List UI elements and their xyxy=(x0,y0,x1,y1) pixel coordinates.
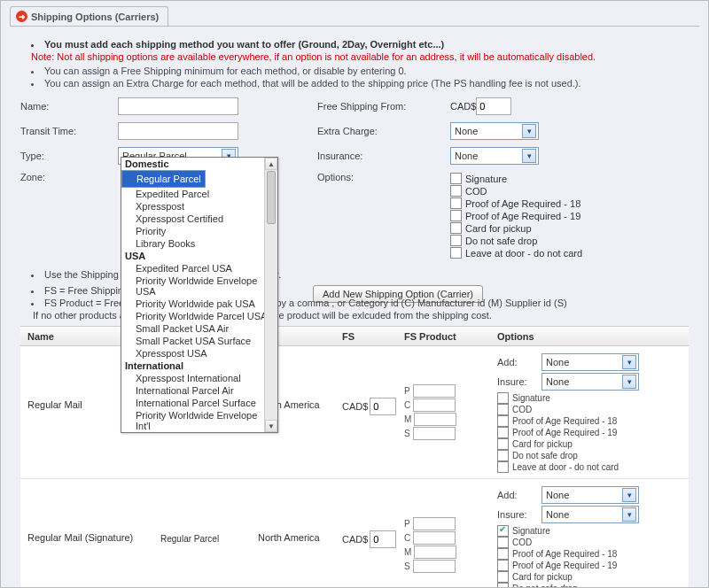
fs-input[interactable] xyxy=(370,530,396,548)
cell-options: Add:NoneInsure:NoneSignatureCODProof of … xyxy=(490,484,689,587)
scroll-up-icon[interactable]: ▲ xyxy=(265,158,277,170)
add-label: Add: xyxy=(497,490,536,500)
row-option-label: Proof of Age Required - 19 xyxy=(512,428,617,437)
row-option-check[interactable]: COD xyxy=(497,537,682,548)
scroll-down-icon[interactable]: ▼ xyxy=(265,420,277,432)
checkbox-icon[interactable] xyxy=(497,404,509,415)
pcms-input-c[interactable] xyxy=(413,398,456,412)
dropdown-option[interactable]: International Parcel Air xyxy=(121,384,277,397)
checkbox-icon[interactable] xyxy=(497,560,509,571)
content-panel: You must add each shipping method you wa… xyxy=(10,26,699,587)
checkbox-icon[interactable] xyxy=(450,173,462,184)
add-select[interactable]: None xyxy=(541,486,639,504)
option-check-0[interactable]: Signature xyxy=(450,173,582,184)
zone-label: Zone: xyxy=(20,172,118,182)
tab-title: Shipping Options (Carriers) xyxy=(31,12,159,22)
dropdown-option[interactable]: Priority Worldwide Envelope USA xyxy=(121,275,277,298)
checkbox-icon[interactable] xyxy=(450,185,462,197)
dropdown-option[interactable]: Library Books xyxy=(121,237,277,250)
row-option-check[interactable]: Proof of Age Required - 18 xyxy=(497,548,682,560)
row-option-label: Card for pickup xyxy=(512,439,573,449)
pcms-label: P xyxy=(404,519,410,529)
intro-list: You must add each shipping method you wa… xyxy=(24,39,689,50)
dropdown-option[interactable]: Expedited Parcel xyxy=(121,188,277,200)
dropdown-option[interactable]: Small Packet USA Air xyxy=(121,322,277,335)
row-option-check[interactable]: Signature xyxy=(497,392,682,404)
dropdown-scrollbar[interactable]: ▲ ▼ xyxy=(264,158,277,432)
checkbox-icon[interactable] xyxy=(450,247,462,259)
insure-select[interactable]: None xyxy=(541,373,639,391)
dropdown-option[interactable]: Priority Worldwide pak USA xyxy=(121,298,277,310)
dropdown-option[interactable]: Xpresspost International xyxy=(121,372,277,384)
insurance-select[interactable]: None xyxy=(450,147,539,165)
fs-input[interactable] xyxy=(370,398,396,415)
dropdown-option[interactable]: Expedited Parcel USA xyxy=(121,262,277,275)
checkbox-icon[interactable] xyxy=(497,392,509,404)
row-option-check[interactable]: Proof of Age Required - 18 xyxy=(497,415,682,427)
transit-input[interactable] xyxy=(118,122,238,140)
th-options: Options xyxy=(490,331,689,342)
row-option-check[interactable]: COD xyxy=(497,404,682,415)
pcms-input-s[interactable] xyxy=(413,427,456,440)
name-input[interactable] xyxy=(118,97,238,115)
pcms-input-p[interactable] xyxy=(413,517,456,530)
type-dropdown-list[interactable]: ▲ ▼ DomesticRegular ParcelExpedited Parc… xyxy=(121,157,278,433)
option-check-5[interactable]: Do not safe drop xyxy=(450,235,582,246)
option-check-2[interactable]: Proof of Age Required - 18 xyxy=(450,197,582,209)
pcms-input-m[interactable] xyxy=(414,413,456,426)
pcms-input-c[interactable] xyxy=(413,531,456,545)
checkbox-icon[interactable] xyxy=(497,525,509,537)
dropdown-option[interactable]: Small Packet USA Surface xyxy=(121,335,277,347)
checkbox-icon[interactable] xyxy=(497,571,509,583)
tab-shipping-options[interactable]: ➜ Shipping Options (Carriers) xyxy=(10,6,168,26)
dropdown-option[interactable]: Xpresspost USA xyxy=(121,347,277,360)
row-option-check[interactable]: Do not safe drop xyxy=(497,450,682,461)
checkbox-icon[interactable] xyxy=(497,427,509,438)
row-option-check[interactable]: Leave at door - do not card xyxy=(497,461,682,473)
row-option-check[interactable]: Proof of Age Required - 19 xyxy=(497,560,682,571)
row-option-check[interactable]: Do not safe drop xyxy=(497,583,682,587)
checkbox-icon[interactable] xyxy=(497,450,509,461)
checkbox-icon[interactable] xyxy=(497,537,509,548)
dropdown-option[interactable]: Regular Parcel xyxy=(121,170,206,188)
checkbox-icon[interactable] xyxy=(497,438,509,450)
checkbox-icon[interactable] xyxy=(497,461,509,473)
row-option-check[interactable]: Card for pickup xyxy=(497,571,682,583)
scroll-thumb[interactable] xyxy=(267,171,276,224)
checkbox-icon[interactable] xyxy=(450,210,462,221)
fs-from-label: Free Shipping From: xyxy=(317,101,450,112)
option-check-4[interactable]: Card for pickup xyxy=(450,222,582,234)
fs-from-input[interactable] xyxy=(476,97,511,115)
pcms-input-m[interactable] xyxy=(414,545,456,559)
insure-label: Insure: xyxy=(497,376,536,387)
dropdown-option[interactable]: Priority xyxy=(121,225,277,237)
dropdown-group: USA xyxy=(121,250,277,262)
checkbox-icon[interactable] xyxy=(450,222,462,234)
checkbox-icon[interactable] xyxy=(450,235,462,246)
dropdown-option[interactable]: Priority Worldwide Parcel USA xyxy=(121,310,277,322)
checkbox-icon[interactable] xyxy=(450,197,462,209)
pcms-input-s[interactable] xyxy=(413,560,456,573)
fs-prefix: CAD$ xyxy=(450,101,476,112)
pcms-input-p[interactable] xyxy=(413,384,456,398)
option-check-1[interactable]: COD xyxy=(450,185,582,197)
dropdown-option[interactable]: International Parcel Surface xyxy=(121,397,277,409)
checkbox-icon[interactable] xyxy=(497,415,509,427)
row-option-check[interactable]: Proof of Age Required - 19 xyxy=(497,427,682,438)
option-check-6[interactable]: Leave at door - do not card xyxy=(450,247,582,259)
option-check-3[interactable]: Proof of Age Required - 19 xyxy=(450,210,582,221)
dropdown-option[interactable]: Priority Worldwide Envelope Int'l xyxy=(121,409,277,432)
add-select[interactable]: None xyxy=(541,353,639,371)
checkbox-icon[interactable] xyxy=(497,548,509,560)
row-option-label: Proof of Age Required - 18 xyxy=(512,549,617,559)
pcms-label: M xyxy=(404,414,411,424)
row-option-check[interactable]: Signature xyxy=(497,525,682,537)
row-option-check[interactable]: Card for pickup xyxy=(497,438,682,450)
dropdown-option[interactable]: Xpresspost Certified xyxy=(121,213,277,225)
checkbox-icon[interactable] xyxy=(497,583,509,587)
insure-select[interactable]: None xyxy=(541,506,639,523)
extra-charge-select[interactable]: None xyxy=(450,122,539,140)
th-fs: FS xyxy=(335,331,397,342)
type-label: Type: xyxy=(20,151,118,161)
dropdown-option[interactable]: Xpresspost xyxy=(121,200,277,213)
